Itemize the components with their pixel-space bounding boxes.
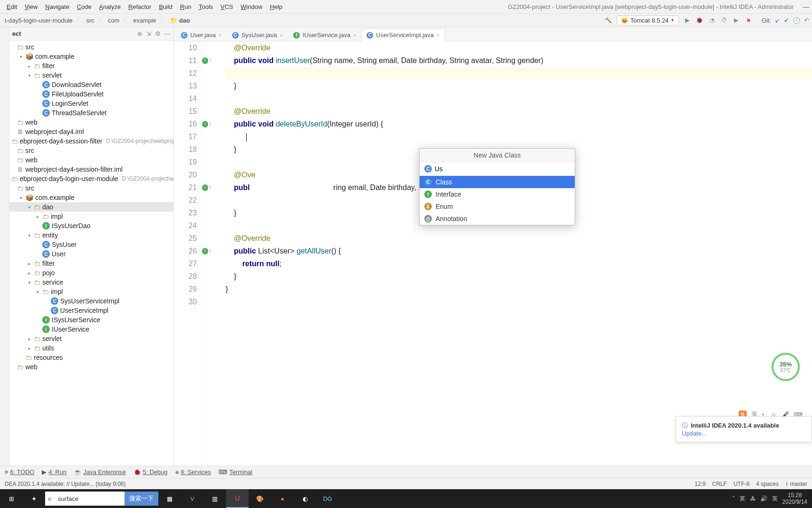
locate-icon[interactable]: ⊕ (137, 30, 142, 37)
kind-option-enum[interactable]: EEnum (420, 200, 575, 213)
menu-tools[interactable]: Tools (195, 3, 217, 10)
tree-node[interactable]: 🗀resources (9, 353, 173, 362)
tree-node[interactable]: ▾🗀entity (9, 230, 173, 240)
task-intellij[interactable]: IJ (226, 489, 249, 508)
gear-icon[interactable]: ⚙ (155, 30, 161, 37)
tree-node[interactable]: ▾📦com.example (9, 193, 173, 202)
tray-vol-icon[interactable]: 🔊 (760, 495, 767, 502)
tree-node[interactable]: CSysUser (9, 240, 173, 249)
tree-node[interactable]: 🗀src (9, 42, 173, 52)
tree-node[interactable]: ▸🗀utils (9, 343, 173, 353)
close-icon[interactable]: × (280, 32, 283, 38)
close-icon[interactable]: × (353, 32, 356, 38)
crumb-0[interactable]: t-day5-login-user-module (3, 17, 75, 24)
menu-navigate[interactable]: Navigate (41, 3, 73, 10)
tray-clock[interactable]: 15:28 2020/9/14 (782, 492, 807, 505)
editor-tab[interactable]: CUser.java× (176, 29, 227, 41)
close-icon[interactable]: × (437, 32, 439, 38)
tree-node[interactable]: ▸🗀impl (9, 212, 173, 221)
tree-node[interactable]: 🗎webproject-day4.iml (9, 127, 173, 136)
editor-body[interactable]: 1011121314151617181920212223242526272829… (174, 41, 812, 466)
vcs-commit-icon[interactable]: ✔ (784, 17, 789, 24)
start-button[interactable]: ⊞ (0, 489, 23, 508)
menu-vcs[interactable]: VCS (217, 3, 237, 10)
tree-node[interactable]: CThreadSafeServlet (9, 108, 173, 118)
task-app-6[interactable]: ● (271, 489, 294, 508)
editor-tab[interactable]: IIUserService.java× (288, 29, 361, 41)
update-notification[interactable]: ⓘIntelliJ IDEA 2020.1.4 available Update… (676, 416, 812, 442)
menu-refactor[interactable]: Refactor (125, 3, 155, 10)
search-input[interactable] (54, 492, 125, 506)
tree-node[interactable]: IISysUserService (9, 315, 173, 325)
run-config-selector[interactable]: 🐱 Tomcat 8.5.24 ▼ (617, 16, 679, 25)
tool-tab[interactable]: ⌨Terminal (219, 468, 252, 476)
tray-ime[interactable]: 英 (772, 495, 778, 503)
tree-node[interactable]: 🗀src (9, 146, 173, 155)
tree-node[interactable]: 🗀web (9, 118, 173, 127)
tray-up-icon[interactable]: ˄ (732, 495, 735, 502)
project-tree[interactable]: 🗀src▾📦com.example▸🗀filter▾🗀servletCDownl… (9, 40, 173, 466)
performance-widget[interactable]: 35% 57°C (772, 353, 800, 381)
vcs-update-icon[interactable]: ↙ (775, 17, 780, 24)
line-separator[interactable]: CRLF (712, 481, 727, 487)
tree-node[interactable]: ▾🗀service (9, 278, 173, 287)
menu-help[interactable]: Help (266, 3, 286, 10)
tray-lang[interactable]: 英 (740, 495, 745, 503)
tool-tab[interactable]: ≡6: TODO (5, 468, 34, 476)
system-tray[interactable]: ˄ 英 🖧 🔊 英 15:28 2020/9/14 (732, 492, 812, 505)
task-app-1[interactable]: ✦ (23, 489, 45, 508)
crumb-3[interactable]: example (131, 17, 158, 24)
task-app-2[interactable]: ▦ (158, 489, 181, 508)
task-app-5[interactable]: 🎨 (249, 489, 271, 508)
tool-tab[interactable]: 🐞5: Debug (133, 468, 168, 476)
tree-node[interactable]: ▾🗀dao (9, 202, 173, 212)
tree-node[interactable]: 🗀web (9, 155, 173, 165)
caret-position[interactable]: 12:9 (695, 481, 705, 487)
kind-list[interactable]: CClassIInterfaceEEnum@Annotation (420, 176, 575, 225)
task-chrome[interactable]: ◐ (294, 489, 316, 508)
tree-node[interactable]: 🗀web (9, 362, 173, 372)
tool-tab[interactable]: ⎈8: Services (175, 468, 211, 476)
task-datagrip[interactable]: DG (316, 489, 339, 508)
tree-node[interactable]: ▾🗀impl (9, 287, 173, 296)
crumb-1[interactable]: src (85, 17, 96, 24)
tray-net-icon[interactable]: 🖧 (750, 495, 756, 502)
menu-run[interactable]: Run (176, 3, 195, 10)
tool-tab[interactable]: ☕Java Enterprise (74, 468, 125, 476)
tree-node[interactable]: CDownloadServlet (9, 80, 173, 89)
expand-icon[interactable]: ⇲ (146, 30, 151, 37)
tree-node[interactable]: CUser (9, 249, 173, 259)
debug-icon[interactable]: 🐞 (696, 16, 703, 24)
menu-analyze[interactable]: Analyze (95, 3, 125, 10)
tree-node[interactable]: 🗀src (9, 183, 173, 193)
git-branch[interactable]: ᚼ master (785, 481, 807, 487)
tree-node[interactable]: ▾🗀servlet (9, 71, 173, 80)
vcs-history-icon[interactable]: 🕘 (793, 17, 800, 24)
file-encoding[interactable]: UTF-8 (734, 481, 750, 487)
stop-icon[interactable]: ■ (745, 16, 752, 24)
tree-node[interactable]: IIUserService (9, 325, 173, 334)
tree-node[interactable]: ▸🗀pojo (9, 268, 173, 278)
vcs-revert-icon[interactable]: ↶ (804, 17, 809, 24)
tree-node[interactable]: ▸🗀filter (9, 259, 173, 268)
coverage-icon[interactable]: ◔ (708, 16, 716, 24)
notification-link[interactable]: Update... (682, 430, 806, 437)
search-button[interactable]: 搜索一下 (125, 492, 158, 506)
tree-node[interactable]: 🗎webproject-day4-session-filter.iml (9, 165, 173, 174)
crumb-4[interactable]: 📁 dao (168, 17, 192, 24)
hide-icon[interactable]: — (164, 30, 171, 37)
attach-icon[interactable]: ▶ (733, 16, 740, 24)
task-app-3[interactable]: V (181, 489, 203, 508)
taskbar-search[interactable]: e 搜索一下 (45, 492, 158, 506)
minimize-icon[interactable]: — (803, 3, 809, 10)
tree-node[interactable]: ▸🗀filter (9, 61, 173, 71)
breadcrumb[interactable]: t-day5-login-user-module〉src〉com〉example… (3, 16, 192, 24)
code-content[interactable]: @Override public void insertUser(String … (211, 41, 812, 466)
editor-tab[interactable]: CUserServiceImpl.java× (361, 29, 445, 41)
tree-node[interactable]: 🗀ebproject-day4-session-filterD:\GZ2004-… (9, 136, 173, 146)
close-icon[interactable]: × (219, 32, 221, 38)
tree-node[interactable]: CFileUploadServlet (9, 89, 173, 99)
menu-window[interactable]: Window (237, 3, 266, 10)
tree-node[interactable]: CLoginServlet (9, 99, 173, 108)
tree-node[interactable]: IISysUserDao (9, 221, 173, 230)
